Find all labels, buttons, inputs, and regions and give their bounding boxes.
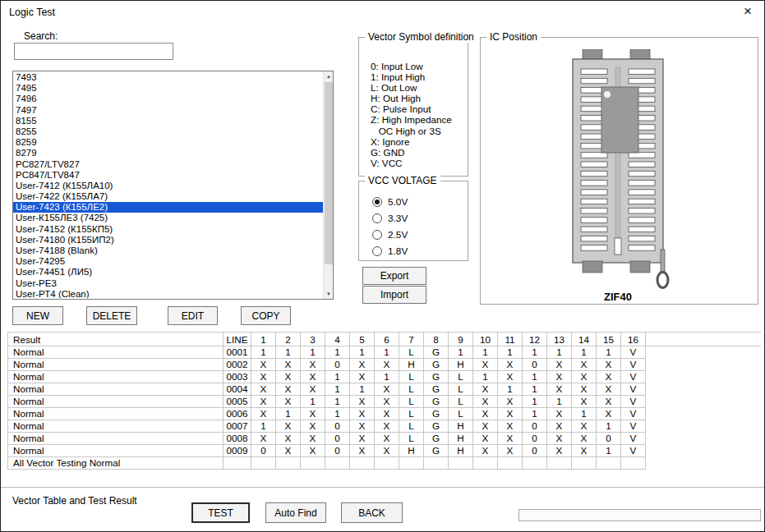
vector-cell: 0 [523,433,547,445]
vcc-option[interactable]: 5.0V [372,194,464,210]
radio-icon[interactable] [372,213,382,223]
vector-cell: L [399,371,424,383]
vector-cell: X [498,445,523,457]
list-item[interactable]: PC847/LTV847 [13,170,323,181]
empty-cell [449,457,473,470]
list-item[interactable]: 8259 [13,137,323,148]
vector-cell: G [424,408,449,420]
vector-cell: G [424,359,449,371]
list-item[interactable]: PC827/LTV827 [13,159,323,170]
table-row: Normal0006X1X1XXLGLXX1X1XV [8,408,762,420]
vector-cell: H [449,359,473,371]
vcc-option[interactable]: 2.5V [372,227,464,243]
vector-cell: 1 [375,371,399,383]
copy-button[interactable]: COPY [241,306,291,325]
vector-cell: X [276,383,301,396]
vector-cell: 1 [498,346,523,359]
vector-cell: 0 [325,445,350,457]
vcc-option-label: 2.5V [388,229,408,241]
vector-cell: X [547,383,572,396]
edit-button[interactable]: EDIT [168,306,218,325]
list-item[interactable]: User-74451 (ЛИ5) [13,267,323,277]
empty-cell [276,457,301,470]
table-row: Normal00071XX0XXLGHXX0XX1V [8,420,762,433]
scroll-up-icon[interactable]: ▲ [324,71,334,81]
list-item[interactable]: User-7423 (К155ЛЕ2) [13,202,323,213]
list-item[interactable]: 7495 [13,83,323,94]
radio-icon[interactable] [372,246,382,256]
radio-icon[interactable] [372,197,382,207]
vcc-option-label: 5.0V [388,196,408,208]
search-input[interactable] [14,43,173,60]
vector-cell: 1 [301,346,325,359]
line-cell: 0006 [224,408,251,420]
logic-test-dialog: Logic Test × Search: 7493749574967497815… [0,0,765,532]
vector-cell: X [572,420,597,433]
vector-cell: 0 [325,433,350,445]
auto-find-button[interactable]: Auto Find [265,502,326,523]
list-item[interactable]: User-74295 [13,256,323,267]
list-item[interactable]: 7497 [13,105,323,116]
vector-cell: 1 [597,420,621,433]
radio-icon[interactable] [372,230,382,240]
vector-cell: 1 [523,383,547,396]
vector-cell: X [301,433,325,445]
export-button[interactable]: Export [362,267,426,285]
list-item[interactable]: User-РЕ3 [13,278,323,289]
import-button[interactable]: Import [362,286,426,304]
list-item[interactable]: 8255 [13,126,323,137]
vector-cell: X [251,433,276,445]
list-item[interactable]: User-К155ЛЕ3 (7425) [13,213,323,223]
column-header: 11 [498,332,523,346]
list-item[interactable]: User-РТ4 (Clean) [13,289,323,298]
line-cell: 0003 [224,371,251,383]
empty-cell [301,457,325,470]
line-cell: 0005 [224,396,251,408]
vector-cell: 1 [597,346,621,359]
scroll-down-icon[interactable]: ▼ [324,289,334,299]
vector-cell: X [498,396,523,408]
list-item[interactable]: 7493 [13,72,323,83]
row-filler [646,396,762,408]
list-item[interactable]: 8155 [13,116,323,126]
vector-cell: 1 [572,346,597,359]
vector-cell: 1 [523,408,547,420]
empty-cell [399,457,424,470]
list-item[interactable]: User-74180 (К155ИП2) [13,235,323,245]
scroll-thumb[interactable] [325,82,333,264]
vector-symbol-line: 1: Input High [371,71,452,82]
row-filler [646,420,762,433]
row-filler [646,359,762,371]
list-item[interactable]: User-74152 (К155КП5) [13,224,323,235]
column-header: 5 [350,332,375,346]
list-item[interactable]: User-7422 (К155ЛА7) [13,191,323,202]
column-header: 1 [251,332,276,346]
list-item[interactable]: 7496 [13,94,323,104]
test-button[interactable]: TEST [191,502,250,523]
vcc-option[interactable]: 3.3V [372,210,464,227]
list-item[interactable]: 8279 [13,148,323,158]
delete-button[interactable]: DELETE [86,306,137,325]
vcc-option[interactable]: 1.8V [372,243,464,259]
vector-cell: X [498,359,523,371]
close-icon[interactable]: × [735,1,761,24]
vcc-options: 5.0V3.3V2.5V1.8V [372,194,464,259]
list-scrollbar[interactable]: ▲ ▼ [323,71,333,299]
table-row: Normal0003XXX1X1LGL1X1XXXV [8,371,762,383]
vcc-voltage-group-title: VCC VOLTAGE [365,175,440,186]
vector-cell: X [597,396,621,408]
vector-cell: X [498,420,523,433]
row-filler [646,383,762,396]
result-cell: Normal [8,359,224,371]
vector-cell: G [424,445,449,457]
back-button[interactable]: BACK [341,502,403,523]
table-row: Normal0005XX11XXLGLXX11XXV [8,396,762,408]
column-header: 14 [572,332,597,346]
list-item[interactable]: User-74188 (Blank) [13,245,323,256]
vector-cell: 1 [350,346,375,359]
vector-cell: 1 [547,346,572,359]
vector-cell: 1 [523,346,547,359]
list-item[interactable]: User-7412 (К155ЛА10) [13,181,323,191]
new-button[interactable]: NEW [12,306,63,325]
vector-cell: X [276,396,301,408]
